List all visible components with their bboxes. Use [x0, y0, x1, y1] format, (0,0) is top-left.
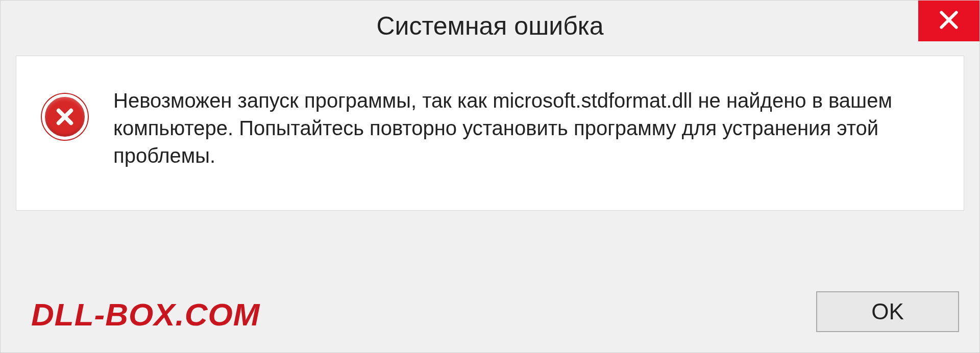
- ok-button-label: OK: [871, 299, 904, 324]
- error-message: Невозможен запуск программы, так как mic…: [113, 87, 938, 169]
- titlebar: Системная ошибка: [1, 1, 979, 52]
- error-icon: [42, 94, 88, 140]
- footer: DLL-BOX.COM OK: [1, 276, 979, 352]
- ok-button[interactable]: OK: [816, 291, 959, 332]
- close-button[interactable]: [918, 1, 979, 41]
- dialog-title: Системная ошибка: [376, 11, 603, 41]
- content-panel: Невозможен запуск программы, так как mic…: [16, 56, 964, 211]
- error-dialog: Системная ошибка Невозможен запуск прогр…: [0, 0, 980, 353]
- close-icon: [938, 9, 960, 33]
- watermark-text: DLL-BOX.COM: [31, 296, 260, 333]
